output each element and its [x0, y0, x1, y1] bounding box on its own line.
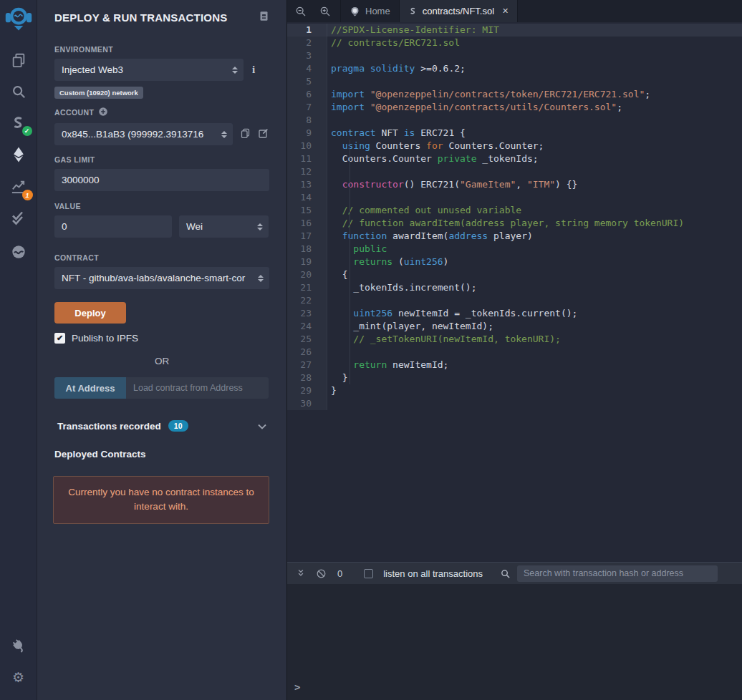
value-unit-select[interactable]: Wei	[179, 215, 269, 238]
account-value: 0x845...B1aB3 (999992.3913716	[62, 129, 226, 140]
code-line[interactable]: 30	[287, 397, 742, 410]
file-explorer-icon[interactable]	[0, 44, 37, 76]
close-tab-icon[interactable]: ✕	[502, 6, 509, 16]
code-line[interactable]: 16 // function awardItem(address player,…	[287, 217, 742, 230]
remix-logo-icon[interactable]	[0, 0, 37, 36]
activity-bar: ✓ 1	[0, 0, 37, 700]
tab-file-label: contracts/NFT.sol	[423, 6, 494, 16]
unit-testing-icon[interactable]	[0, 202, 37, 233]
at-address-button[interactable]: At Address	[54, 377, 126, 399]
code-line[interactable]: 6import "@openzeppelin/contracts/token/E…	[287, 88, 742, 101]
analysis-icon[interactable]: 1	[0, 170, 37, 202]
indent-guide	[350, 140, 350, 384]
tab-home[interactable]: Home	[340, 0, 400, 22]
code-line[interactable]: 12	[287, 165, 742, 178]
transactions-count-badge: 10	[168, 420, 188, 432]
contract-label: CONTRACT	[54, 253, 269, 262]
code-line[interactable]: 27 return newItemId;	[287, 359, 742, 371]
terminal-bar: 0 listen on all transactions	[287, 562, 742, 584]
code-line[interactable]: 19 returns (uint256)	[287, 256, 742, 268]
code-line[interactable]: 24 _mint(player, newItemId);	[287, 320, 742, 333]
plugin-manager-icon[interactable]	[0, 630, 37, 661]
at-address-input[interactable]	[126, 377, 269, 399]
network-badge: Custom (10920) network	[54, 87, 143, 99]
code-line[interactable]: 3	[287, 49, 742, 62]
code-line[interactable]: 28 }	[287, 371, 742, 384]
remix-ide: ✓ 1	[0, 0, 742, 700]
deploy-run-panel: DEPLOY & RUN TRANSACTIONS ENVIRONMENT In…	[37, 0, 286, 700]
code-line[interactable]: 29}	[287, 384, 742, 397]
deploy-button[interactable]: Deploy	[54, 302, 126, 324]
code-line[interactable]: 15 // commented out unused variable	[287, 204, 742, 217]
zoom-out-icon[interactable]	[289, 0, 313, 22]
chevron-updown-icon	[232, 67, 238, 74]
value-input[interactable]	[54, 215, 172, 238]
debugger-icon[interactable]	[0, 236, 37, 268]
value-label: VALUE	[54, 202, 269, 210]
search-icon[interactable]	[0, 76, 37, 107]
code-line[interactable]: 4pragma solidity >=0.6.2;	[287, 62, 742, 75]
code-line[interactable]: 26	[287, 346, 742, 359]
no-instances-warning: Currently you have no contract instances…	[53, 476, 269, 524]
code-line[interactable]: 17 function awardItem(address player)	[287, 230, 742, 243]
tab-contracts-nft-sol[interactable]: contracts/NFT.sol ✕	[400, 0, 519, 22]
environment-value: Injected Web3	[62, 64, 236, 75]
code-line[interactable]: 10 using Counters for Counters.Counter;	[287, 140, 742, 152]
settings-icon[interactable]: ⚙	[0, 661, 37, 693]
copy-account-icon[interactable]	[240, 127, 251, 142]
publish-ipfs-checkbox[interactable]: ✔	[54, 333, 65, 344]
terminal-search-icon	[497, 568, 513, 579]
code-line[interactable]: 1//SPDX-License-Identifier: MIT	[287, 24, 742, 37]
contract-select[interactable]: NFT - github/ava-labs/avalanche-smart-co…	[54, 267, 269, 289]
code-line[interactable]: 18 public	[287, 243, 742, 256]
gas-limit-label: GAS LIMIT	[54, 155, 269, 164]
solidity-file-icon	[408, 6, 418, 16]
listen-transactions-checkbox[interactable]	[364, 569, 373, 578]
pending-tx-count: 0	[337, 568, 342, 579]
gas-limit-input[interactable]	[54, 169, 269, 191]
code-line[interactable]: 20 {	[287, 268, 742, 281]
terminal-output[interactable]: >	[287, 584, 742, 700]
clear-console-icon[interactable]	[313, 568, 329, 579]
code-line[interactable]: 25 // _setTokenURI(newItemId, tokenURI);	[287, 333, 742, 346]
edit-account-icon[interactable]	[258, 127, 269, 142]
code-lines: 1//SPDX-License-Identifier: MIT2// contr…	[287, 24, 742, 410]
listen-transactions-label: listen on all transactions	[383, 568, 483, 579]
code-line[interactable]: 21 _tokenIds.increment();	[287, 281, 742, 294]
chevron-updown-icon	[257, 223, 263, 230]
code-line[interactable]: 5	[287, 75, 742, 88]
code-line[interactable]: 13 constructor() ERC721("GameItem", "ITM…	[287, 178, 742, 191]
value-unit: Wei	[186, 221, 261, 232]
no-instances-warning-text: Currently you have no contract instances…	[67, 485, 256, 515]
code-line[interactable]: 23 uint256 newItemId = _tokenIds.current…	[287, 307, 742, 320]
terminal-prompt: >	[294, 681, 300, 693]
code-line[interactable]: 2// contracts/ERC721.sol	[287, 37, 742, 49]
deploy-run-icon[interactable]	[0, 139, 37, 170]
code-line[interactable]: 22	[287, 294, 742, 307]
code-line[interactable]: 11 Counters.Counter private _tokenIds;	[287, 152, 742, 165]
analysis-badge: 1	[22, 190, 33, 200]
zoom-in-icon[interactable]	[313, 0, 337, 22]
add-account-icon[interactable]	[98, 107, 108, 118]
deployed-contracts-label: Deployed Contracts	[54, 449, 269, 460]
code-line[interactable]: 14	[287, 191, 742, 204]
collapse-terminal-icon[interactable]	[293, 568, 309, 578]
code-line[interactable]: 7import "@openzeppelin/contracts/utils/C…	[287, 101, 742, 114]
docs-icon[interactable]	[259, 10, 269, 25]
tab-bar: Home contracts/NFT.sol ✕	[287, 0, 742, 22]
terminal-search-input[interactable]	[517, 565, 718, 582]
panel-title: DEPLOY & RUN TRANSACTIONS	[54, 11, 227, 24]
solidity-compiler-icon[interactable]: ✓	[0, 107, 37, 139]
account-label: ACCOUNT	[54, 107, 269, 118]
account-label-text: ACCOUNT	[54, 108, 94, 117]
environment-select[interactable]: Injected Web3	[54, 59, 244, 81]
transactions-recorded-toggle[interactable]: Transactions recorded 10	[54, 419, 269, 432]
code-line[interactable]: 9contract NFT is ERC721 {	[287, 127, 742, 140]
tab-home-label: Home	[365, 6, 390, 16]
code-editor[interactable]: 1//SPDX-License-Identifier: MIT2// contr…	[287, 22, 742, 562]
compile-success-badge: ✓	[22, 126, 32, 136]
code-line[interactable]: 8	[287, 114, 742, 127]
environment-info-icon[interactable]: i	[252, 64, 255, 76]
remix-home-icon	[350, 6, 360, 16]
account-select[interactable]: 0x845...B1aB3 (999992.3913716	[54, 123, 233, 145]
